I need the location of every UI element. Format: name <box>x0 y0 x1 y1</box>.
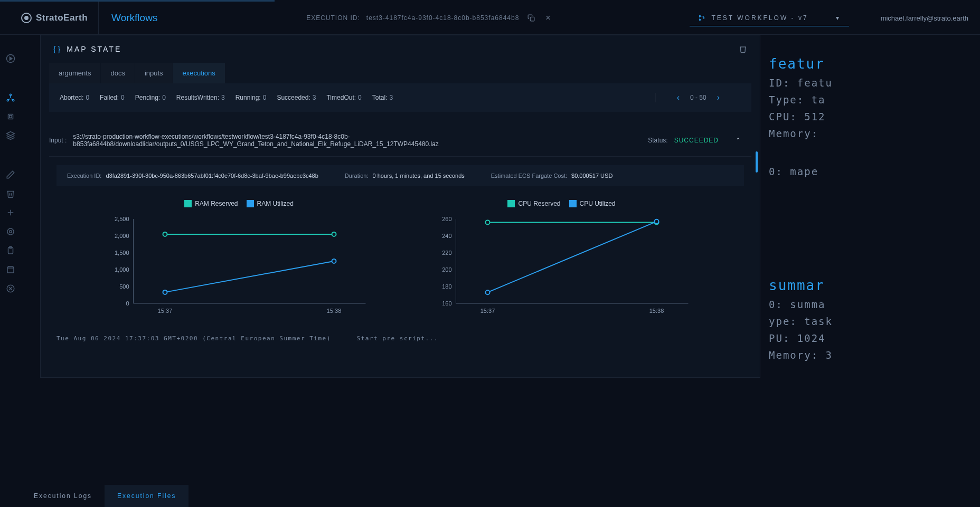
svg-point-48 <box>486 290 490 294</box>
archive-icon[interactable] <box>6 265 15 274</box>
scrollbar-thumb[interactable] <box>756 151 758 173</box>
map-state-modal: { } MAP STATE arguments docs inputs exec… <box>40 35 760 378</box>
legend-cpu-utilized: CPU Utilized <box>569 200 616 207</box>
bg-heading-2: summar <box>769 278 969 293</box>
stat-running: Running:0 <box>235 94 267 101</box>
clipboard-icon[interactable] <box>6 246 15 255</box>
svg-text:220: 220 <box>442 250 451 256</box>
pencil-icon[interactable] <box>6 170 15 179</box>
play-icon[interactable] <box>6 54 15 63</box>
tab-execution-logs[interactable]: Execution Logs <box>21 485 105 507</box>
cancel-icon[interactable] <box>6 284 15 293</box>
workflow-dropdown[interactable]: TEST WORKFLOW - v7 ▾ <box>690 10 849 26</box>
execution-id-display: EXECUTION ID: test3-4187fc4a-93f0-4c18-8… <box>170 11 689 25</box>
stats-bar: Aborted:0 Failed:0 Pending:0 ResultsWrit… <box>49 83 751 112</box>
svg-text:180: 180 <box>442 283 451 290</box>
svg-point-6 <box>10 94 12 95</box>
branch-icon <box>698 14 705 22</box>
sidebar <box>0 35 21 507</box>
stat-total: Total:3 <box>372 94 393 101</box>
execution-row[interactable]: Input : s3://strato-production-workflow-… <box>49 125 751 157</box>
collapse-icon[interactable]: ⌃ <box>736 137 741 144</box>
bg-heading-1: featur <box>769 56 969 72</box>
svg-point-1 <box>699 15 700 16</box>
stat-aborted: Aborted:0 <box>60 94 89 101</box>
cpu-chart-svg: 16018020022024026015:3715:38 <box>416 214 707 319</box>
detail-exec-id: Execution ID:d3fa2891-390f-30bc-950a-863… <box>67 173 318 179</box>
legend-ram-reserved: RAM Reserved <box>184 200 238 207</box>
trash-icon[interactable] <box>6 189 15 198</box>
prev-page-icon[interactable]: ‹ <box>677 93 680 102</box>
legend-ram-utilized: RAM Utilized <box>247 200 294 207</box>
logo-icon <box>21 13 32 23</box>
background-detail-panel: featur ID: featu Type: ta CPU: 512 Memor… <box>758 35 980 507</box>
pagination: ‹ 0 - 50 › <box>655 93 741 102</box>
svg-text:160: 160 <box>442 300 451 307</box>
tab-execution-files[interactable]: Execution Files <box>105 485 189 507</box>
nodes-icon[interactable] <box>6 93 15 102</box>
stat-timedout: TimedOut:0 <box>326 94 361 101</box>
svg-rect-18 <box>7 268 14 273</box>
status-value: SUCCEEDED <box>674 137 719 144</box>
legend-cpu-reserved: CPU Reserved <box>507 200 560 207</box>
layers-icon[interactable] <box>6 131 15 140</box>
brand-logo[interactable]: StratoEarth <box>6 13 98 23</box>
delete-icon[interactable] <box>739 45 747 53</box>
svg-point-46 <box>486 220 490 224</box>
svg-point-33 <box>332 232 336 236</box>
copy-icon[interactable] <box>525 12 537 24</box>
braces-icon: { } <box>53 45 60 53</box>
log-output: Tue Aug 06 2024 17:37:03 GMT+0200 (Centr… <box>41 324 760 352</box>
chevron-down-icon: ▾ <box>836 14 841 22</box>
stat-failed: Failed:0 <box>100 94 125 101</box>
svg-point-49 <box>655 219 659 224</box>
target-icon[interactable] <box>6 227 15 236</box>
execution-details: Execution ID:d3fa2891-390f-30bc-950a-863… <box>56 165 744 186</box>
svg-text:2,500: 2,500 <box>115 216 129 222</box>
tab-executions[interactable]: executions <box>173 63 225 83</box>
svg-text:0: 0 <box>126 300 129 307</box>
close-icon[interactable]: × <box>543 11 553 25</box>
modal-tabs: arguments docs inputs executions <box>41 63 760 83</box>
svg-text:15:37: 15:37 <box>480 308 495 314</box>
user-email[interactable]: michael.farrelly@strato.earth <box>881 14 974 22</box>
next-page-icon[interactable]: › <box>717 93 720 102</box>
svg-text:15:37: 15:37 <box>158 308 173 314</box>
exec-id-label: EXECUTION ID: <box>306 14 360 22</box>
svg-point-15 <box>10 231 12 233</box>
svg-point-14 <box>7 228 14 235</box>
svg-rect-9 <box>8 114 13 119</box>
svg-text:200: 200 <box>442 266 451 273</box>
detail-cost: Estimated ECS Fargate Cost:$0.000517 USD <box>491 173 613 179</box>
svg-text:1,000: 1,000 <box>115 266 129 273</box>
exec-id-value: test3-4187fc4a-93f0-4c18-8c0b-b853fa6844… <box>366 14 520 22</box>
input-path: s3://strato-production-workflow-executio… <box>73 133 642 148</box>
cpu-icon[interactable] <box>6 112 15 121</box>
svg-text:1,500: 1,500 <box>115 250 129 256</box>
stat-pending: Pending:0 <box>135 94 166 101</box>
svg-point-3 <box>703 17 704 18</box>
ram-chart-svg: 05001,0001,5002,0002,50015:3715:38 <box>93 214 384 319</box>
tab-arguments[interactable]: arguments <box>49 63 100 83</box>
nav-workflows[interactable]: Workflows <box>98 2 170 34</box>
stat-succeeded: Succeeded:3 <box>277 94 316 101</box>
svg-text:240: 240 <box>442 233 451 239</box>
svg-text:500: 500 <box>119 283 129 290</box>
svg-marker-11 <box>7 132 15 136</box>
input-label: Input : <box>49 137 67 144</box>
bottom-tabs: Execution Logs Execution Files <box>21 485 189 507</box>
svg-text:2,000: 2,000 <box>115 233 129 239</box>
log-timestamp: Tue Aug 06 2024 17:37:03 GMT+0200 (Centr… <box>56 335 331 342</box>
svg-rect-0 <box>531 17 535 21</box>
tab-inputs[interactable]: inputs <box>135 63 173 83</box>
svg-point-2 <box>699 19 700 20</box>
workflow-name: TEST WORKFLOW - v7 <box>712 14 808 22</box>
plus-icon[interactable] <box>6 208 15 217</box>
status-label: Status: <box>648 137 667 144</box>
page-range: 0 - 50 <box>690 94 706 101</box>
svg-text:15:38: 15:38 <box>649 308 664 314</box>
ram-chart: RAM Reserved RAM Utilized 05001,0001,500… <box>93 200 384 319</box>
detail-duration: Duration:0 hours, 1 minutes, and 15 seco… <box>345 173 465 179</box>
stat-results: ResultsWritten:3 <box>176 94 225 101</box>
tab-docs[interactable]: docs <box>101 63 134 83</box>
